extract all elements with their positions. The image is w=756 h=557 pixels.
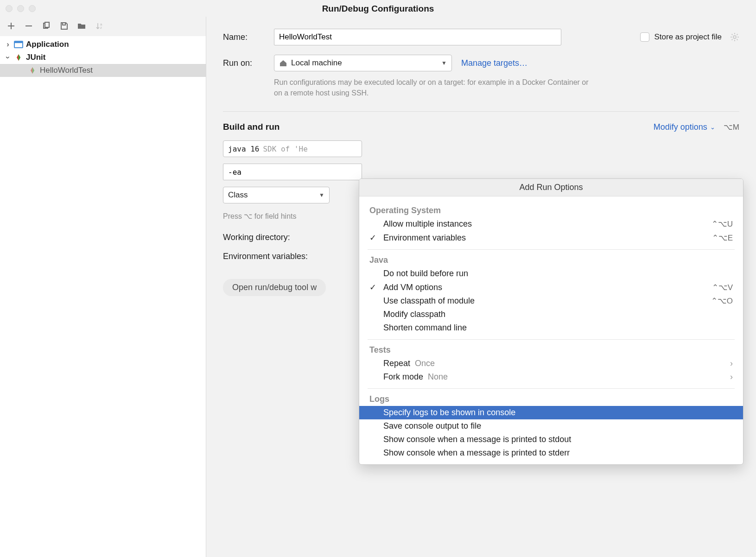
add-config-icon[interactable] (6, 21, 16, 31)
group-operating-system: Operating System (359, 200, 743, 217)
runon-select[interactable]: Local machine ▼ (274, 55, 452, 71)
junit-icon (14, 53, 23, 62)
group-logs: Logs (359, 389, 743, 406)
svg-rect-1 (45, 22, 49, 27)
minimize-window-button[interactable] (17, 5, 24, 12)
application-icon (14, 40, 23, 49)
build-and-run-title: Build and run (223, 122, 280, 132)
check-icon: ✓ (369, 282, 383, 292)
window-title: Run/Debug Configurations (0, 4, 756, 14)
name-input[interactable] (274, 29, 561, 45)
modify-options-shortcut: ⌥M (724, 122, 739, 132)
config-tree: › Application › JUnit HelloWorldTest (0, 36, 206, 557)
chevron-right-icon: › (730, 359, 733, 368)
chevron-right-icon: › (730, 372, 733, 382)
zoom-window-button[interactable] (29, 5, 36, 12)
open-tool-window-pill[interactable]: Open run/debug tool w (223, 279, 326, 296)
runon-label: Run on: (223, 58, 274, 68)
save-config-icon[interactable] (59, 21, 69, 31)
opt-show-console-stderr[interactable]: Show console when a message is printed t… (359, 446, 743, 460)
sidebar-toolbar: az (0, 17, 206, 36)
tree-node-helloworldtest[interactable]: HelloWorldTest (0, 64, 206, 77)
store-as-project-file-label: Store as project file (654, 32, 722, 42)
gear-icon[interactable] (730, 32, 739, 42)
manage-targets-link[interactable]: Manage targets… (461, 58, 527, 68)
svg-rect-6 (14, 41, 23, 43)
runon-hint: Run configurations may be executed local… (274, 77, 598, 98)
copy-config-icon[interactable] (42, 21, 51, 31)
caret-down-icon: ▼ (441, 60, 447, 66)
traffic-lights (6, 5, 36, 12)
opt-repeat[interactable]: RepeatOnce › (359, 357, 743, 370)
working-directory-label: Working directory: (223, 233, 343, 242)
field-hint: Press ⌥ for field hints (223, 212, 367, 221)
test-kind-select[interactable]: Class ▼ (223, 187, 330, 203)
name-label: Name: (223, 32, 274, 42)
environment-variables-label: Environment variables: (223, 252, 343, 261)
tree-label: JUnit (26, 53, 46, 62)
titlebar: Run/Debug Configurations (0, 0, 756, 17)
junit-icon (28, 66, 37, 75)
tree-label: HelloWorldTest (40, 66, 93, 75)
group-tests: Tests (359, 340, 743, 357)
divider (223, 111, 739, 112)
close-window-button[interactable] (6, 5, 13, 12)
group-java: Java (359, 250, 743, 267)
check-icon: ✓ (369, 233, 383, 243)
remove-config-icon[interactable] (24, 21, 33, 31)
svg-text:z: z (100, 25, 102, 30)
add-run-options-popup: Add Run Options Operating System Allow m… (359, 178, 743, 465)
chevron-down-icon: ⌄ (710, 124, 715, 131)
opt-specify-logs[interactable]: Specify logs to be shown in console (359, 406, 743, 419)
tree-label: Application (26, 40, 69, 49)
opt-shorten-cmdline[interactable]: Shorten command line (359, 321, 743, 335)
home-icon (279, 59, 287, 67)
opt-fork-mode[interactable]: Fork modeNone › (359, 370, 743, 384)
opt-modify-classpath[interactable]: Modify classpath (359, 308, 743, 321)
tree-node-junit[interactable]: › JUnit (0, 51, 206, 64)
store-as-project-file-checkbox[interactable] (640, 32, 649, 42)
chevron-right-icon: › (5, 40, 11, 49)
svg-rect-2 (63, 23, 65, 25)
opt-environment-variables[interactable]: ✓ Environment variables ⌃⌥E (359, 231, 743, 245)
modify-options-link[interactable]: Modify options ⌄ ⌥M (654, 122, 739, 132)
tree-node-application[interactable]: › Application (0, 38, 206, 51)
runon-value: Local machine (291, 58, 342, 68)
jdk-select[interactable]: java 16 SDK of 'He (223, 140, 362, 157)
opt-use-classpath[interactable]: Use classpath of module ⌃⌥O (359, 294, 743, 308)
sidebar: az › Application › JUnit (0, 17, 206, 557)
chevron-down-icon: › (3, 54, 13, 61)
opt-do-not-build[interactable]: Do not build before run (359, 267, 743, 280)
opt-save-console-output[interactable]: Save console output to file (359, 419, 743, 433)
opt-allow-multiple-instances[interactable]: Allow multiple instances ⌃⌥U (359, 217, 743, 231)
vm-options-input[interactable] (223, 164, 362, 180)
opt-show-console-stdout[interactable]: Show console when a message is printed t… (359, 433, 743, 446)
svg-point-7 (733, 36, 736, 38)
caret-down-icon: ▼ (319, 192, 324, 198)
sort-config-icon: az (95, 21, 104, 31)
popup-title: Add Run Options (359, 179, 743, 196)
folder-config-icon[interactable] (77, 21, 86, 31)
opt-add-vm-options[interactable]: ✓ Add VM options ⌃⌥V (359, 280, 743, 294)
